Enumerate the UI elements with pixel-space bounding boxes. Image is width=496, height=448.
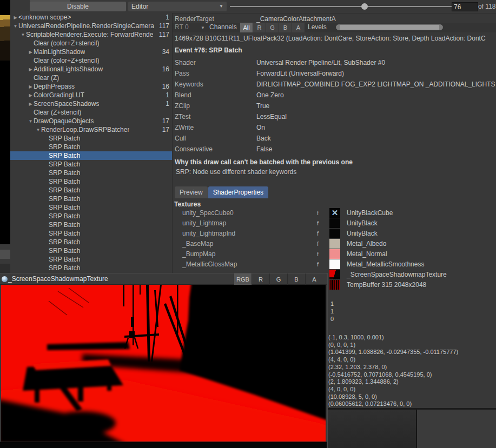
channel-button[interactable]: All — [240, 23, 253, 32]
tree-row[interactable]: Clear (Z) — [10, 73, 172, 82]
tree-row[interactable]: SRP Batch — [10, 151, 172, 160]
tree-arrow-icon[interactable] — [12, 15, 18, 20]
channel-button[interactable]: A — [292, 23, 305, 32]
detail-tab[interactable]: ShaderProperties — [208, 186, 268, 198]
texture-thumbnail[interactable] — [329, 229, 340, 238]
tree-row[interactable]: SRP Batch — [10, 177, 172, 186]
texture-row[interactable]: unity_LightmapInd f UnityBlack — [173, 228, 496, 238]
channels-label: Channels — [209, 23, 237, 31]
vector-value: (-1, 0.3, 1000, 0.001) — [328, 334, 458, 342]
preview-channel-button[interactable]: RGB — [234, 273, 252, 285]
tree-row[interactable]: DepthPrepass 16 — [10, 82, 172, 91]
tree-arrow-icon[interactable] — [28, 67, 34, 72]
texture-thumbnail[interactable] — [329, 239, 340, 249]
shadowmap-preview-image[interactable] — [1, 285, 326, 442]
tree-row[interactable]: SRP Batch — [10, 238, 172, 246]
property-row: Blend One Zero — [175, 90, 496, 101]
tree-arrow-icon[interactable] — [28, 93, 34, 98]
tree-arrow-icon[interactable] — [12, 24, 18, 29]
tree-arrow-icon[interactable] — [28, 119, 34, 124]
texture-asset-name: UnityBlack — [347, 230, 378, 237]
property-row: Pass ForwardLit (UniversalForward) — [175, 68, 496, 79]
tree-row[interactable]: Clear (color+Z+stencil) — [10, 56, 172, 65]
disable-button[interactable]: Disable — [30, 2, 126, 11]
tree-row[interactable]: SRP Batch — [10, 255, 172, 264]
tree-row[interactable]: SRP Batch — [10, 203, 172, 212]
tree-row-label: MainLightShadow — [34, 48, 85, 56]
tree-row[interactable]: SRP Batch — [10, 169, 172, 177]
tree-row[interactable]: UniversalRenderPipeline.RenderSingleCame… — [10, 22, 172, 30]
tree-row[interactable]: RenderLoop.DrawSRPBatcher 17 — [10, 125, 172, 134]
detail-tab[interactable]: Preview — [175, 186, 208, 198]
texture-thumbnail[interactable] — [329, 270, 340, 279]
texture-row[interactable]: _MetallicGlossMap f Metal_MetallicSmooth… — [173, 259, 496, 269]
tree-row-label: SRP Batch — [49, 221, 80, 229]
tree-row-label: SRP Batch — [49, 264, 80, 272]
tree-row[interactable]: MainLightShadow 34 — [10, 48, 172, 56]
property-value: Universal Render Pipeline/Lit, SubShader… — [256, 59, 385, 66]
tree-row[interactable]: SRP Batch — [10, 186, 172, 195]
tree-row[interactable]: SRP Batch — [10, 160, 172, 169]
property-value: True — [256, 102, 269, 110]
shadowmap-preview-window: _ScreenSpaceShadowmapTexture RGBRGBA — [0, 273, 328, 448]
tree-row[interactable]: Clear (color+Z+stencil) — [10, 39, 172, 48]
tree-row[interactable]: ScreenSpaceShadows 1 — [10, 99, 172, 108]
texture-asset-name: UnityBlack — [347, 219, 378, 227]
rt-select-dropdown[interactable]: RT 0 ▼ — [175, 23, 207, 31]
tree-row[interactable]: AdditionalLightsShadow 16 — [10, 65, 172, 73]
texture-flag: f — [317, 220, 329, 226]
float-value: 1 — [330, 307, 334, 315]
channel-button[interactable]: B — [279, 23, 292, 32]
tree-row[interactable]: SRP Batch — [10, 246, 172, 255]
property-value: ForwardLit (UniversalForward) — [256, 70, 344, 77]
tree-row-label: SRP Batch — [49, 204, 80, 211]
texture-asset-name: _ScreenSpaceShadowmapTexture — [347, 271, 447, 278]
tree-row-label: RenderLoop.DrawSRPBatcher — [41, 126, 129, 133]
texture-row[interactable]: unity_Lightmap f UnityBlack — [173, 218, 496, 228]
preview-channel-button[interactable]: G — [269, 273, 287, 285]
texture-thumbnail[interactable] — [329, 280, 340, 290]
property-row: Conservative False — [175, 144, 496, 155]
texture-thumbnail[interactable] — [329, 218, 340, 228]
texture-row[interactable]: unity_SpecCube0 f UnityBlackCube — [173, 208, 496, 218]
tree-arrow-icon[interactable] — [20, 32, 26, 37]
channel-button[interactable]: R — [253, 23, 266, 32]
tree-row[interactable]: ColorGradingLUT 1 — [10, 91, 172, 99]
preview-channel-button[interactable]: A — [305, 273, 323, 285]
property-value: Back — [256, 135, 271, 142]
texture-row[interactable]: _BaseMap f Metal_Albedo — [173, 238, 496, 249]
texture-asset-name: Metal_Albedo — [347, 240, 386, 248]
tree-row[interactable]: Clear (Z+stencil) — [10, 108, 172, 117]
texture-thumbnail[interactable] — [329, 249, 340, 259]
texture-thumbnail[interactable] — [329, 208, 340, 218]
tree-arrow-icon[interactable] — [28, 84, 34, 89]
preview-titlebar[interactable]: _ScreenSpaceShadowmapTexture RGBRGBA — [0, 273, 327, 285]
tree-row[interactable]: SRP Batch — [10, 212, 172, 220]
tree-row[interactable]: SRP Batch — [10, 229, 172, 238]
preview-channel-button[interactable]: B — [287, 273, 305, 285]
texture-asset-name: Metal_MetallicSmoothness — [347, 260, 424, 268]
tree-arrow-icon[interactable] — [28, 102, 34, 106]
chevron-down-icon: ▼ — [201, 25, 205, 30]
texture-thumbnail[interactable] — [329, 259, 340, 269]
tree-row[interactable]: <unknown scope> 1 — [10, 13, 172, 22]
property-label: Blend — [175, 91, 256, 99]
detail-tabs: PreviewShaderProperties — [175, 186, 269, 198]
tree-row[interactable]: SRP Batch — [10, 264, 172, 272]
background-panel-band — [0, 264, 10, 273]
tree-row[interactable]: SRP Batch — [10, 220, 172, 229]
levels-range-slider[interactable] — [336, 24, 443, 30]
tree-row[interactable]: SRP Batch — [10, 143, 172, 151]
preview-channel-button[interactable]: R — [252, 273, 269, 285]
property-value: One Zero — [256, 91, 284, 99]
tree-row[interactable]: ScriptableRenderer.Execute: ForwardRende… — [10, 30, 172, 39]
tree-arrow-icon[interactable] — [35, 128, 41, 132]
tree-row[interactable]: SRP Batch — [10, 195, 172, 203]
tree-row[interactable]: DrawOpaqueObjects 17 — [10, 117, 172, 125]
texture-row[interactable]: _BumpMap f Metal_Normal — [173, 249, 496, 259]
tree-row[interactable]: SRP Batch — [10, 134, 172, 143]
texture-flag: f — [317, 261, 329, 268]
channel-button[interactable]: G — [266, 23, 279, 32]
property-label: Pass — [175, 70, 256, 77]
tree-arrow-icon[interactable] — [28, 50, 34, 55]
